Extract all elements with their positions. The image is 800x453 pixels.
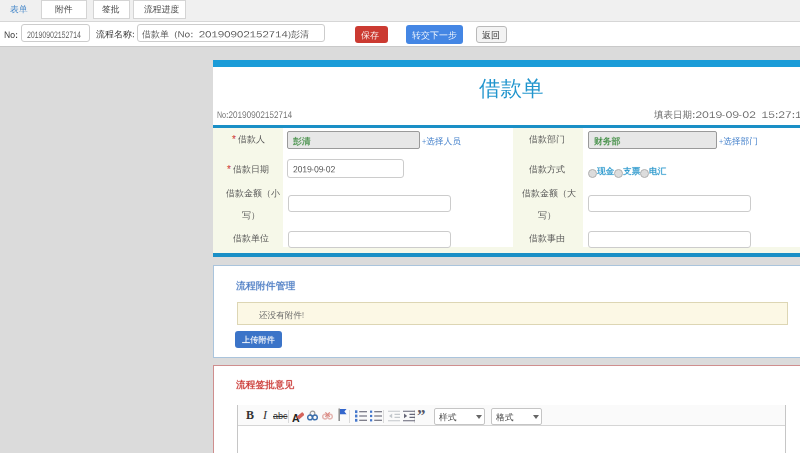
svg-text:”: ”	[417, 406, 426, 422]
